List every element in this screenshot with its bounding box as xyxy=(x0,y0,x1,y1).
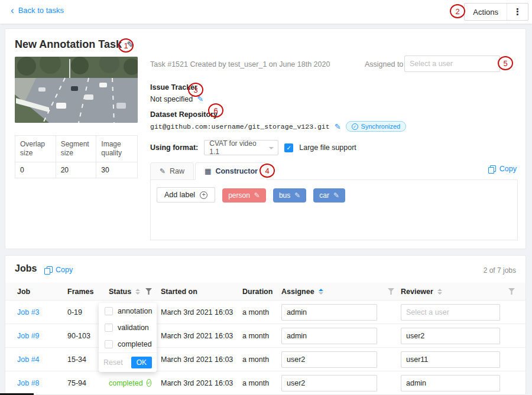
dataset-repository-url: git@github.com:username/git_storage_v123… xyxy=(150,123,330,130)
job-link[interactable]: Job #9 xyxy=(17,332,67,340)
label-chip-name: person xyxy=(228,191,250,200)
tab-constructor[interactable]: ▦ Constructor xyxy=(195,162,267,180)
job-duration: a month xyxy=(242,308,281,316)
label-chip-person[interactable]: person ✎ xyxy=(222,188,266,203)
status-filter-icon[interactable] xyxy=(145,288,152,295)
param-header: Overlap size xyxy=(15,136,56,162)
copy-jobs-label: Copy xyxy=(56,266,73,274)
edit-repository-pencil-icon[interactable]: ✎ xyxy=(335,122,341,131)
job-status: completed ✓ xyxy=(109,379,145,387)
edit-label-pencil-icon[interactable]: ✎ xyxy=(333,191,339,200)
column-status-label: Status xyxy=(109,288,131,296)
reviewer-input[interactable] xyxy=(401,328,500,344)
annotation-circle-6: 6 xyxy=(208,103,223,117)
copy-icon xyxy=(44,266,52,274)
assignee-filter-icon[interactable] xyxy=(388,288,394,295)
task-preview-image xyxy=(15,57,138,123)
job-link[interactable]: Job #4 xyxy=(17,355,67,364)
checkbox-icon[interactable] xyxy=(105,340,113,348)
job-duration: a month xyxy=(242,332,281,340)
assigned-to-input[interactable] xyxy=(404,56,500,72)
more-menu-icon[interactable]: ⋮ xyxy=(507,4,528,20)
edit-label-pencil-icon[interactable]: ✎ xyxy=(254,191,260,200)
param-header: Segment size xyxy=(56,136,97,162)
job-frames: 75-94 xyxy=(67,379,109,387)
status-sort-icon[interactable] xyxy=(135,289,140,295)
constructor-panel: Add label + person ✎ bus ✎ car ✎ xyxy=(150,180,518,240)
large-file-support-checkbox[interactable]: ✓ xyxy=(284,143,293,152)
filter-option-label: completed xyxy=(118,340,152,348)
param-value: 20 xyxy=(56,162,97,178)
param-value: 30 xyxy=(96,162,137,178)
column-reviewer-label: Reviewer xyxy=(401,288,433,296)
task-parameters-table: Overlap size Segment size Image quality … xyxy=(15,135,138,178)
job-started: March 3rd 2021 16:03 xyxy=(161,379,242,387)
completed-check-icon: ✓ xyxy=(147,379,152,387)
column-job: Job xyxy=(17,288,67,296)
job-row: Job #8 75-94 completed ✓ March 3rd 2021 … xyxy=(5,371,525,395)
job-row: Job #9 90-103 March 3rd 2021 16:03 a mon… xyxy=(5,324,525,348)
copy-labels-link[interactable]: Copy xyxy=(488,165,517,173)
raw-pencil-icon: ✎ xyxy=(160,167,166,175)
assignee-input[interactable] xyxy=(281,375,377,391)
job-duration: a month xyxy=(242,355,281,364)
jobs-count: 2 of 7 jobs xyxy=(484,266,516,275)
assignee-input[interactable] xyxy=(281,328,377,344)
reviewer-input[interactable] xyxy=(401,351,500,368)
annotation-circle-2: 2 xyxy=(450,4,465,18)
job-started: March 3rd 2021 16:03 xyxy=(161,355,242,364)
task-details-card: New Annotation Task ✎ xyxy=(5,28,526,249)
checkbox-icon[interactable] xyxy=(105,324,113,332)
back-chevron-icon: ‹ xyxy=(11,6,14,14)
reset-button[interactable]: Reset xyxy=(103,358,123,367)
issue-tracker-value: Not specified xyxy=(150,95,193,103)
reviewer-input[interactable] xyxy=(401,375,500,391)
column-status[interactable]: Status xyxy=(109,288,145,296)
column-assignee-label: Assignee xyxy=(281,288,314,296)
filter-option-label: validation xyxy=(118,324,149,332)
back-to-tasks-link[interactable]: ‹ Back to tasks xyxy=(11,6,64,15)
actions-button[interactable]: Actions ⋮ xyxy=(464,3,528,21)
job-status-label: completed xyxy=(109,379,143,387)
filter-option-completed[interactable]: completed xyxy=(99,336,157,352)
sync-check-icon: ✓ xyxy=(352,123,358,130)
labels-tabs: ✎ Raw ▦ Constructor Copy Add label + per… xyxy=(150,160,518,240)
job-row: Job #3 0-19 March 3rd 2021 16:03 a month xyxy=(5,301,525,324)
assignee-input[interactable] xyxy=(281,351,377,368)
assignee-input[interactable] xyxy=(281,304,377,321)
task-meta: Task #1521 Created by test_user_1 on Jun… xyxy=(150,60,330,68)
back-to-tasks-label: Back to tasks xyxy=(18,6,64,15)
actions-label: Actions xyxy=(465,4,507,20)
filter-option-annotation[interactable]: annotation xyxy=(99,303,157,319)
task-title: New Annotation Task xyxy=(15,38,122,51)
reviewer-input[interactable] xyxy=(401,304,500,321)
label-chip-bus[interactable]: bus ✎ xyxy=(273,188,306,203)
synchronized-badge-label: Synchronized xyxy=(361,123,401,130)
job-link[interactable]: Job #3 xyxy=(17,308,67,316)
tab-raw[interactable]: ✎ Raw xyxy=(150,162,194,180)
annotation-circle-3: 3 xyxy=(188,83,203,97)
assignee-sort-icon[interactable] xyxy=(319,289,323,295)
dataset-repository-label: Dataset Repository xyxy=(150,110,218,119)
add-label-button[interactable]: Add label + xyxy=(157,187,215,203)
ok-button[interactable]: OK xyxy=(131,357,152,368)
label-chip-car[interactable]: car ✎ xyxy=(313,188,345,203)
tab-raw-label: Raw xyxy=(170,167,184,175)
annotation-circle-5: 5 xyxy=(498,56,513,70)
reviewer-sort-icon[interactable] xyxy=(437,289,442,295)
using-format-label: Using format: xyxy=(150,143,198,152)
filter-option-validation[interactable]: validation xyxy=(99,319,157,336)
constructor-icon: ▦ xyxy=(205,167,211,175)
reviewer-filter-icon[interactable] xyxy=(508,288,515,295)
edit-label-pencil-icon[interactable]: ✎ xyxy=(294,191,300,200)
column-assignee[interactable]: Assignee xyxy=(281,288,388,296)
jobs-title: Jobs xyxy=(15,263,37,274)
column-reviewer[interactable]: Reviewer xyxy=(401,288,508,296)
annotation-circle-1: 1 xyxy=(118,38,134,53)
job-link[interactable]: Job #8 xyxy=(17,379,67,387)
checkbox-icon[interactable] xyxy=(105,307,113,315)
format-select[interactable]: CVAT for video 1.1 xyxy=(204,140,278,155)
column-started-on: Started on xyxy=(161,288,242,296)
copy-jobs-link[interactable]: Copy xyxy=(44,266,73,274)
large-file-support-label: Large file support xyxy=(299,143,356,152)
